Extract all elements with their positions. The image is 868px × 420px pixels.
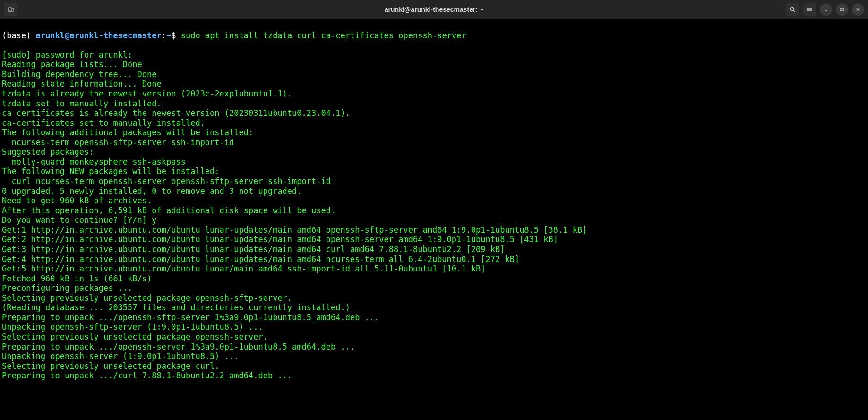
terminal-line: Unpacking openssh-sftp-server (1:9.0p1-1… — [2, 322, 866, 332]
terminal-line: (Reading database ... 203557 files and d… — [2, 303, 866, 313]
host-sep: : — [162, 31, 166, 40]
terminal-line: Building dependency tree... Done — [2, 70, 866, 79]
terminal-line: Get:2 http://in.archive.ubuntu.com/ubunt… — [2, 235, 866, 245]
terminal-line: Get:3 http://in.archive.ubuntu.com/ubunt… — [2, 245, 866, 254]
terminal-line: Preparing to unpack .../curl_7.88.1-8ubu… — [2, 371, 866, 381]
terminal-line: Fetched 960 kB in 1s (661 kB/s) — [2, 274, 866, 284]
maximize-button[interactable] — [836, 3, 848, 16]
terminal-line: ca-certificates is already the newest ve… — [2, 108, 866, 118]
terminal-line: Unpacking openssh-server (1:9.0p1-1ubunt… — [2, 351, 866, 361]
terminal-line: Get:1 http://in.archive.ubuntu.com/ubunt… — [2, 225, 866, 235]
user-host: arunkl@arunkl-thesecmaster — [36, 31, 162, 40]
new-tab-button[interactable] — [4, 3, 17, 16]
terminal-line: ca-certificates set to manually installe… — [2, 118, 866, 128]
terminal-line: Do you want to continue? [Y/n] y — [2, 215, 866, 225]
minimize-button[interactable] — [820, 3, 832, 16]
terminal-line: Get:5 http://in.archive.ubuntu.com/ubunt… — [2, 264, 866, 274]
window-title: arunkl@arunkl-thesecmaster: ~ — [0, 6, 868, 13]
prompt-line: (base) arunkl@arunkl-thesecmaster:~$ sud… — [2, 31, 866, 41]
close-button[interactable] — [852, 3, 864, 16]
terminal-line: After this operation, 6,591 kB of additi… — [2, 206, 866, 216]
terminal-line: ncurses-term openssh-sftp-server ssh-imp… — [2, 138, 866, 148]
titlebar-right — [786, 3, 864, 16]
cwd: ~ — [166, 31, 171, 40]
menu-button[interactable] — [803, 3, 816, 16]
terminal-body[interactable]: (base) arunkl@arunkl-thesecmaster:~$ sud… — [0, 19, 868, 392]
terminal-line: Preconfiguring packages ... — [2, 283, 866, 293]
titlebar: arunkl@arunkl-thesecmaster: ~ — [0, 0, 868, 19]
command-text: sudo apt install tzdata curl ca-certific… — [181, 31, 466, 40]
terminal-line: 0 upgraded, 5 newly installed, 0 to remo… — [2, 186, 866, 196]
terminal-line: Reading state information... Done — [2, 79, 866, 89]
terminal-line: molly-guard monkeysphere ssh-askpass — [2, 157, 866, 167]
terminal-line: Preparing to unpack .../openssh-server_1… — [2, 342, 866, 352]
terminal-line: Need to get 960 kB of archives. — [2, 196, 866, 206]
titlebar-left — [4, 3, 17, 16]
svg-line-2 — [793, 10, 795, 12]
terminal-line: Reading package lists... Done — [2, 60, 866, 70]
terminal-line: The following additional packages will b… — [2, 128, 866, 138]
terminal-line: curl ncurses-term openssh-server openssh… — [2, 176, 866, 186]
terminal-line: Get:4 http://in.archive.ubuntu.com/ubunt… — [2, 254, 866, 264]
terminal-line: Selecting previously unselected package … — [2, 361, 866, 371]
prompt-dollar: $ — [171, 31, 180, 40]
svg-rect-7 — [841, 8, 843, 11]
terminal-line: Selecting previously unselected package … — [2, 332, 866, 342]
terminal-line: Suggested packages: — [2, 147, 866, 157]
terminal-line: tzdata is already the newest version (20… — [2, 89, 866, 99]
terminal-line: [sudo] password for arunkl: — [2, 50, 866, 60]
terminal-line: Selecting previously unselected package … — [2, 293, 866, 303]
terminal-line: tzdata set to manually installed. — [2, 99, 866, 109]
terminal-line: The following NEW packages will be insta… — [2, 166, 866, 176]
svg-point-1 — [790, 7, 794, 11]
terminal-line: Preparing to unpack .../openssh-sftp-ser… — [2, 313, 866, 323]
terminal-output: [sudo] password for arunkl:Reading packa… — [2, 50, 866, 381]
conda-env: (base) — [2, 31, 36, 40]
search-button[interactable] — [786, 3, 799, 16]
